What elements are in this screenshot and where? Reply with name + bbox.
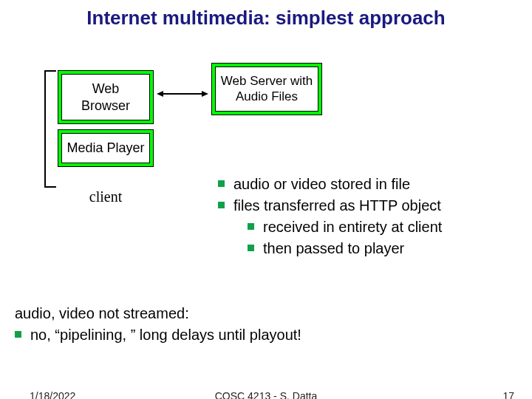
bullet-item: audio or video stored in file	[218, 174, 514, 195]
bullet-text: then passed to player	[263, 238, 404, 259]
bullet-text: no, “pipelining, ” long delays until pla…	[30, 324, 301, 346]
bullet-text: audio or video stored in file	[233, 174, 410, 195]
bullet-item: files transferred as HTTP object	[218, 195, 514, 216]
media-player-label: Media Player	[61, 133, 150, 163]
sub-bullet-item: then passed to player	[248, 238, 514, 259]
square-bullet-icon	[218, 202, 225, 208]
bullet-item: no, “pipelining, ” long delays until pla…	[15, 324, 517, 346]
bullet-text: files transferred as HTTP object	[233, 195, 441, 216]
square-bullet-icon	[15, 331, 21, 338]
client-bracket	[44, 70, 55, 185]
bidirectional-arrow	[157, 91, 208, 97]
main-bullet-list: audio or video stored in file files tran…	[218, 174, 514, 259]
web-server-label: Web Server with Audio Files	[215, 66, 318, 112]
client-label: client	[58, 188, 154, 205]
square-bullet-icon	[218, 180, 225, 187]
footer-course: COSC 4213 - S. Datta	[0, 390, 532, 399]
square-bullet-icon	[248, 245, 254, 251]
conclusion-block: audio, video not streamed: no, “pipelini…	[15, 303, 517, 346]
arrow-right-icon	[202, 91, 208, 97]
sub-bullet-item: received in entirety at client	[248, 216, 514, 238]
bullet-text: received in entirety at client	[263, 216, 442, 238]
web-browser-box: Web Browser	[58, 70, 154, 124]
square-bullet-icon	[248, 223, 254, 230]
web-browser-label: Web Browser	[61, 74, 150, 120]
media-player-box: Media Player	[58, 129, 154, 167]
web-server-box: Web Server with Audio Files	[211, 63, 322, 115]
footer-page-number: 17	[502, 390, 514, 399]
conclusion-heading: audio, video not streamed:	[15, 303, 517, 324]
slide-title: Internet multimedia: simplest approach	[0, 6, 532, 30]
